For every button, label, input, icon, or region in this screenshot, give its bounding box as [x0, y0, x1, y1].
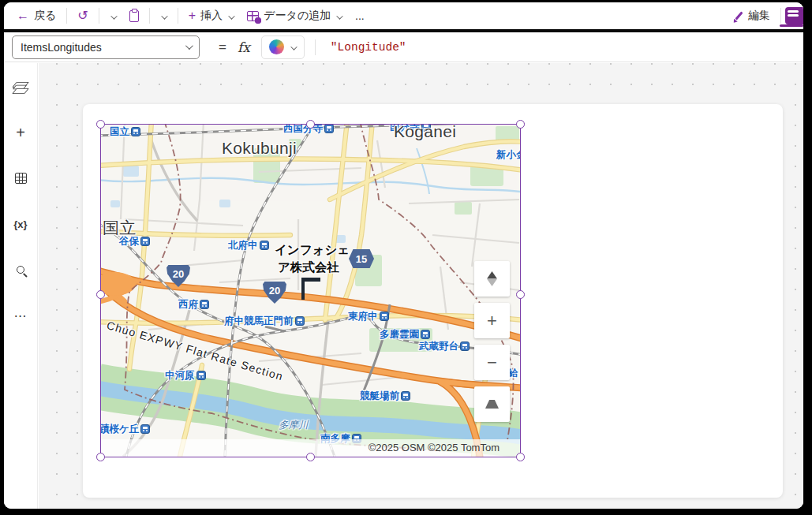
- undo-icon: ↺: [77, 9, 88, 22]
- divider: [66, 8, 67, 24]
- plus-icon: +: [189, 9, 196, 22]
- undo-menu-button[interactable]: [103, 5, 123, 27]
- layers-icon: [14, 81, 27, 92]
- clipboard-icon: [129, 10, 139, 22]
- power-apps-studio: ← 戻る ↺ + 挿入 データの追加 ... 編集: [4, 2, 803, 509]
- canvas-workspace: 国立西国分寺国分寺KokubunjiKoganei新小金井国立谷保北府中インフォ…: [39, 63, 803, 509]
- sidebar-item-data[interactable]: [9, 167, 32, 189]
- map-label: 中河原: [165, 370, 206, 381]
- zoom-in-button[interactable]: +: [474, 303, 510, 338]
- formula-bar: ItemsLongitudes = fx "Longitude": [4, 32, 803, 62]
- copilot-button[interactable]: [261, 35, 305, 59]
- resize-handle-middle-right[interactable]: [516, 290, 525, 299]
- undo-button[interactable]: ↺: [71, 5, 94, 27]
- divider: [315, 39, 316, 55]
- property-name: ItemsLongitudes: [21, 41, 102, 54]
- formula-input[interactable]: "Longitude": [331, 41, 406, 54]
- resize-handle-bottom-center[interactable]: [306, 453, 315, 461]
- train-station-icon: [131, 127, 140, 136]
- divider: [780, 8, 781, 24]
- map-label: 多摩川: [279, 420, 309, 431]
- route-shield: 15: [349, 248, 374, 270]
- add-data-label: データの追加: [264, 9, 331, 23]
- map-label: Kokubunji: [222, 139, 297, 158]
- app-icon[interactable]: [785, 7, 803, 24]
- map-label: 蹟桜ケ丘: [101, 424, 150, 435]
- property-selector[interactable]: ItemsLongitudes: [12, 35, 200, 59]
- resize-handle-top-right[interactable]: [516, 120, 525, 129]
- map-control-selected[interactable]: 国立西国分寺国分寺KokubunjiKoganei新小金井国立谷保北府中インフォ…: [101, 125, 520, 457]
- map-label: Koganei: [394, 125, 456, 141]
- sidebar-item-tree-view[interactable]: [9, 76, 32, 98]
- app-icon-active-indicator: [780, 24, 803, 27]
- chevron-down-icon: [185, 42, 193, 50]
- chevron-down-icon: [161, 13, 167, 19]
- back-arrow-icon: ←: [17, 9, 29, 22]
- resize-handle-top-center[interactable]: [306, 120, 315, 129]
- studio-body: + {x} ⋯: [4, 63, 803, 509]
- resize-handle-middle-left[interactable]: [96, 290, 105, 299]
- insert-label: 挿入: [200, 9, 223, 23]
- resize-handle-top-left[interactable]: [96, 120, 105, 129]
- more-commands-button[interactable]: ...: [349, 5, 371, 27]
- search-icon: [17, 266, 24, 274]
- compass-icon: [487, 271, 497, 286]
- map-label: 国立: [103, 218, 137, 237]
- sidebar-item-more[interactable]: ⋯: [9, 304, 32, 327]
- divider: [178, 8, 178, 24]
- divider: [149, 8, 150, 24]
- map-label: 府中競馬正門前: [224, 315, 305, 327]
- add-data-button[interactable]: データの追加: [241, 5, 349, 27]
- map-control[interactable]: 国立西国分寺国分寺KokubunjiKoganei新小金井国立谷保北府中インフォ…: [101, 125, 520, 457]
- pitch-button[interactable]: [474, 386, 510, 422]
- train-station-icon: [140, 237, 150, 246]
- insert-button[interactable]: + 挿入: [182, 5, 241, 27]
- map-label: 武蔵野台: [419, 341, 470, 352]
- edit-button[interactable]: 編集: [728, 5, 776, 27]
- map-label: インフォシェ: [275, 243, 350, 257]
- map-label: 東府中: [348, 311, 389, 322]
- paste-menu-button[interactable]: [154, 5, 174, 27]
- back-label: 戻る: [34, 9, 56, 23]
- copilot-icon: [269, 39, 284, 54]
- more-label: ...: [355, 9, 365, 22]
- app-screen[interactable]: 国立西国分寺国分寺KokubunjiKoganei新小金井国立谷保北府中インフォ…: [83, 104, 783, 498]
- pitch-icon: [485, 400, 499, 409]
- map-buttons: +−: [474, 261, 510, 428]
- resize-handle-bottom-left[interactable]: [96, 453, 105, 461]
- paste-button[interactable]: [123, 5, 145, 27]
- divider: [99, 8, 99, 24]
- train-station-icon: [380, 312, 389, 321]
- table-icon: [15, 173, 27, 184]
- chevron-down-icon: [290, 43, 297, 50]
- chevron-down-icon: [336, 13, 342, 19]
- compass-button[interactable]: [474, 261, 510, 297]
- train-station-icon: [200, 300, 209, 309]
- route-shield: 20: [167, 265, 190, 287]
- sidebar-item-insert[interactable]: +: [9, 121, 32, 144]
- train-station-icon: [295, 316, 305, 326]
- chevron-down-icon: [228, 13, 234, 19]
- map-label: 国立: [110, 126, 140, 137]
- app-window: ← 戻る ↺ + 挿入 データの追加 ... 編集: [0, 0, 812, 515]
- sidebar-item-search[interactable]: [9, 259, 32, 281]
- pencil-icon: [735, 11, 743, 20]
- map-label: 多磨霊園: [380, 329, 430, 340]
- train-station-icon: [401, 391, 410, 401]
- equals-sign: =: [219, 39, 226, 55]
- resize-handle-bottom-right[interactable]: [516, 453, 525, 461]
- chevron-down-icon: [110, 13, 117, 19]
- back-button[interactable]: ← 戻る: [10, 5, 62, 27]
- map-label: 西府: [178, 299, 209, 310]
- sidebar-item-variables[interactable]: {x}: [9, 213, 32, 235]
- company-flag-marker: [301, 278, 305, 300]
- map-labels: 国立西国分寺国分寺KokubunjiKoganei新小金井国立谷保北府中インフォ…: [101, 125, 520, 457]
- route-shield: 20: [263, 282, 286, 304]
- command-bar: ← 戻る ↺ + 挿入 データの追加 ... 編集: [4, 2, 803, 29]
- fx-icon: fx: [238, 39, 250, 55]
- map-label: 北府中: [228, 240, 269, 251]
- zoom-out-button[interactable]: −: [474, 345, 510, 380]
- more-icon: ⋯: [14, 308, 28, 323]
- variables-icon: {x}: [13, 218, 27, 230]
- plus-icon: +: [16, 124, 25, 142]
